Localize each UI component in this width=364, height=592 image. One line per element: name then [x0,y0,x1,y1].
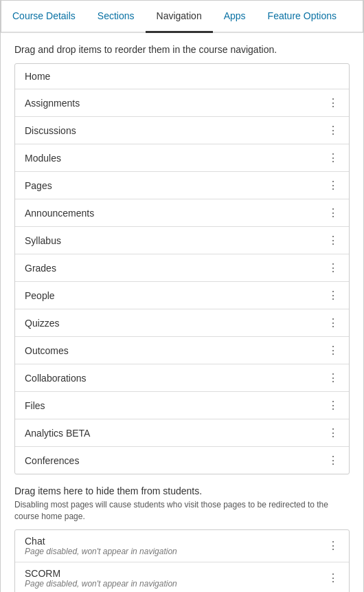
hidden-item-chat-sub: Page disabled, won't appear in navigatio… [25,547,177,556]
nav-item-people-menu-icon[interactable]: ⋮ [328,289,339,302]
hidden-instruction: Drag items here to hide them from studen… [14,485,350,496]
nav-item-assignments[interactable]: Assignments ⋮ [15,89,349,117]
nav-item-pages-label: Pages [25,180,52,191]
nav-item-analytics-beta-menu-icon[interactable]: ⋮ [328,426,339,439]
nav-item-modules-label: Modules [25,153,61,164]
nav-item-quizzes[interactable]: Quizzes ⋮ [15,309,349,337]
tab-sections[interactable]: Sections [87,1,146,33]
hidden-item-scorm[interactable]: SCORM Page disabled, won't appear in nav… [15,562,349,592]
hidden-item-chat-name: Chat [25,536,177,547]
nav-item-grades[interactable]: Grades ⋮ [15,254,349,282]
hidden-item-chat-content: Chat Page disabled, won't appear in navi… [25,536,177,556]
nav-item-announcements[interactable]: Announcements ⋮ [15,199,349,227]
tab-course-details[interactable]: Course Details [1,1,87,33]
tab-bar: Course Details Sections Navigation Apps … [1,0,363,33]
nav-item-collaborations-menu-icon[interactable]: ⋮ [328,371,339,384]
nav-item-announcements-menu-icon[interactable]: ⋮ [328,206,339,219]
nav-item-discussions-label: Discussions [25,125,76,136]
nav-item-files[interactable]: Files ⋮ [15,392,349,419]
nav-item-syllabus-menu-icon[interactable]: ⋮ [328,234,339,247]
nav-item-analytics-beta-label: Analytics BETA [25,428,90,439]
hidden-item-scorm-name: SCORM [25,568,177,579]
hidden-section: Drag items here to hide them from studen… [14,485,350,592]
nav-item-grades-label: Grades [25,263,56,274]
nav-item-syllabus-label: Syllabus [25,235,61,246]
nav-item-discussions-menu-icon[interactable]: ⋮ [328,124,339,137]
hidden-item-chat[interactable]: Chat Page disabled, won't appear in navi… [15,530,349,562]
nav-item-quizzes-label: Quizzes [25,318,60,329]
nav-instruction: Drag and drop items to reorder them in t… [14,44,350,55]
tab-feature-options[interactable]: Feature Options [257,1,348,33]
nav-item-conferences-menu-icon[interactable]: ⋮ [328,454,339,467]
nav-item-files-menu-icon[interactable]: ⋮ [328,399,339,412]
hidden-item-chat-menu-icon[interactable]: ⋮ [328,539,339,552]
nav-item-pages-menu-icon[interactable]: ⋮ [328,179,339,192]
nav-item-conferences[interactable]: Conferences ⋮ [15,447,349,474]
tab-navigation[interactable]: Navigation [146,1,213,33]
navigation-content: Drag and drop items to reorder them in t… [1,33,363,592]
nav-item-home[interactable]: Home [15,64,349,89]
tab-apps[interactable]: Apps [213,1,257,33]
hidden-items-list: Chat Page disabled, won't appear in navi… [14,529,350,592]
nav-item-collaborations-label: Collaborations [25,373,87,384]
nav-item-modules[interactable]: Modules ⋮ [15,144,349,172]
nav-item-files-label: Files [25,400,45,411]
hidden-sub-text: Disabling most pages will cause students… [14,499,350,523]
hidden-item-scorm-content: SCORM Page disabled, won't appear in nav… [25,568,177,589]
nav-item-people[interactable]: People ⋮ [15,282,349,309]
active-nav-list: Home Assignments ⋮ Discussions ⋮ Modules… [14,63,350,474]
hidden-item-scorm-menu-icon[interactable]: ⋮ [328,571,339,584]
nav-item-discussions[interactable]: Discussions ⋮ [15,117,349,144]
nav-item-grades-menu-icon[interactable]: ⋮ [328,261,339,274]
nav-item-analytics-beta[interactable]: Analytics BETA ⋮ [15,419,349,447]
nav-item-syllabus[interactable]: Syllabus ⋮ [15,227,349,254]
nav-item-outcomes-label: Outcomes [25,345,69,356]
nav-item-assignments-menu-icon[interactable]: ⋮ [328,96,339,109]
nav-item-people-label: People [25,290,55,301]
nav-item-collaborations[interactable]: Collaborations ⋮ [15,364,349,392]
nav-item-quizzes-menu-icon[interactable]: ⋮ [328,316,339,329]
nav-item-home-label: Home [25,71,50,82]
nav-item-modules-menu-icon[interactable]: ⋮ [328,151,339,164]
nav-item-pages[interactable]: Pages ⋮ [15,172,349,199]
nav-item-announcements-label: Announcements [25,208,94,219]
nav-item-conferences-label: Conferences [25,455,79,466]
nav-item-assignments-label: Assignments [25,98,80,109]
nav-item-outcomes-menu-icon[interactable]: ⋮ [328,344,339,357]
nav-item-outcomes[interactable]: Outcomes ⋮ [15,337,349,364]
hidden-item-scorm-sub: Page disabled, won't appear in navigatio… [25,579,177,589]
